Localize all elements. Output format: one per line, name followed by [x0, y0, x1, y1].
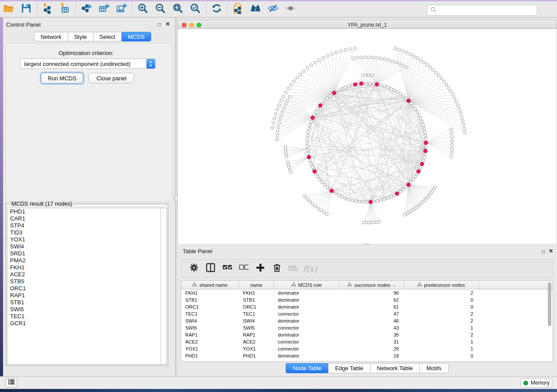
satellite-node[interactable] — [451, 143, 454, 146]
refresh-button[interactable] — [208, 2, 225, 16]
optimization-criterion-select[interactable]: largest connected component (undirected)… — [20, 58, 156, 69]
satellite-node[interactable] — [362, 221, 365, 224]
table-row[interactable]: SWI4SWI4dominator462 — [181, 317, 553, 324]
satellite-node[interactable] — [274, 113, 277, 116]
satellite-node[interactable] — [398, 62, 401, 65]
ring-node[interactable] — [422, 124, 425, 127]
ring-node[interactable] — [341, 196, 344, 199]
satellite-node[interactable] — [286, 99, 289, 102]
minimize-traffic-light-icon[interactable] — [189, 23, 194, 28]
satellite-node[interactable] — [462, 123, 465, 126]
satellite-node[interactable] — [422, 61, 426, 64]
mcds-result-item[interactable]: SRD1 — [7, 250, 166, 257]
satellite-node[interactable] — [419, 59, 422, 62]
satellite-node[interactable] — [432, 69, 435, 72]
satellite-node[interactable] — [281, 110, 284, 113]
ring-node[interactable] — [337, 194, 340, 197]
ring-node[interactable] — [365, 201, 368, 204]
satellite-node[interactable] — [379, 57, 382, 60]
satellite-node[interactable] — [460, 115, 464, 118]
ring-node[interactable] — [386, 86, 389, 89]
mcds-result-item[interactable]: FKH1 — [7, 264, 166, 271]
ring-node[interactable] — [376, 199, 379, 203]
satellite-node[interactable] — [276, 138, 279, 141]
tab-edge-table[interactable]: Edge Table — [328, 363, 370, 373]
satellite-node[interactable] — [440, 77, 443, 80]
satellite-node[interactable] — [277, 104, 280, 107]
satellite-node[interactable] — [455, 100, 458, 103]
add-column-button[interactable] — [252, 261, 269, 276]
satellite-node[interactable] — [394, 61, 398, 64]
mcds-result-item[interactable]: YOX1 — [7, 236, 166, 243]
satellite-node[interactable] — [447, 86, 450, 89]
satellite-node[interactable] — [276, 134, 279, 137]
ring-node[interactable] — [365, 82, 368, 85]
satellite-node[interactable] — [426, 63, 429, 66]
satellite-node[interactable] — [284, 91, 287, 94]
satellite-node[interactable] — [276, 108, 279, 111]
satellite-node[interactable] — [273, 117, 276, 120]
satellite-node[interactable] — [367, 74, 370, 77]
column-header-successor-nodes[interactable]: successor nodes⌄ — [339, 281, 404, 289]
ring-node[interactable] — [323, 183, 326, 186]
network-view[interactable] — [177, 29, 557, 244]
mcds-result-item[interactable]: STB5 — [7, 278, 166, 285]
ring-node[interactable] — [422, 159, 425, 162]
table-row[interactable]: TEC1TEC1connector472 — [181, 310, 553, 317]
ring-node[interactable] — [393, 89, 396, 92]
maximize-traffic-light-icon[interactable] — [197, 23, 201, 28]
ring-node[interactable] — [308, 159, 311, 162]
satellite-node[interactable] — [451, 139, 454, 142]
export-table-button[interactable] — [95, 2, 113, 16]
satellite-node[interactable] — [287, 87, 290, 90]
satellite-node[interactable] — [310, 64, 313, 67]
ring-node[interactable] — [306, 148, 309, 151]
satellite-node[interactable] — [290, 83, 293, 86]
ring-node[interactable] — [311, 165, 314, 168]
columns-button[interactable] — [202, 261, 219, 276]
zoom-out-button[interactable] — [152, 2, 169, 16]
ring-node[interactable] — [334, 192, 337, 195]
satellite-node[interactable] — [299, 73, 302, 76]
satellite-node[interactable] — [356, 56, 359, 59]
ring-node[interactable] — [423, 127, 426, 130]
satellite-node[interactable] — [404, 213, 407, 217]
ring-node[interactable] — [308, 124, 311, 127]
satellite-node[interactable] — [286, 161, 289, 164]
search-input[interactable] — [436, 7, 537, 14]
ring-node[interactable] — [424, 138, 427, 141]
satellite-node[interactable] — [276, 130, 279, 133]
satellite-node[interactable] — [409, 53, 412, 56]
ring-node[interactable] — [396, 90, 399, 93]
ring-node[interactable] — [325, 97, 329, 100]
table-panel-float-icon[interactable]: □ — [542, 248, 545, 254]
select-all-button[interactable] — [219, 261, 235, 276]
network-window-titlebar[interactable]: YPA_prune.txt_1 — [177, 20, 557, 29]
satellite-node[interactable] — [284, 145, 287, 148]
satellite-node[interactable] — [416, 57, 419, 60]
satellite-node[interactable] — [443, 80, 446, 83]
ring-node[interactable] — [316, 107, 319, 110]
table-row[interactable]: ORC1ORC1dominator610 — [181, 303, 553, 310]
ring-node[interactable] — [347, 85, 350, 88]
ring-node[interactable] — [416, 110, 419, 113]
close-panel-button[interactable]: Close panel — [89, 73, 134, 83]
satellite-node[interactable] — [314, 61, 317, 64]
satellite-node[interactable] — [458, 108, 461, 111]
node-table-scrollbar-thumb[interactable] — [548, 282, 551, 326]
mcds-result-item[interactable]: TEC1 — [7, 313, 166, 320]
dominator-node[interactable] — [417, 170, 421, 174]
tab-style[interactable]: Style — [68, 32, 93, 41]
satellite-node[interactable] — [398, 48, 401, 51]
satellite-node[interactable] — [383, 58, 386, 61]
satellite-node[interactable] — [360, 56, 363, 59]
satellite-node[interactable] — [450, 151, 453, 154]
satellite-node[interactable] — [435, 71, 438, 74]
mcds-result-item[interactable]: ORC1 — [7, 285, 166, 292]
satellite-node[interactable] — [450, 128, 453, 131]
ring-node[interactable] — [399, 190, 402, 193]
ring-node[interactable] — [423, 155, 426, 158]
satellite-node[interactable] — [371, 56, 374, 59]
satellite-node[interactable] — [371, 74, 374, 77]
satellite-node[interactable] — [325, 213, 329, 216]
